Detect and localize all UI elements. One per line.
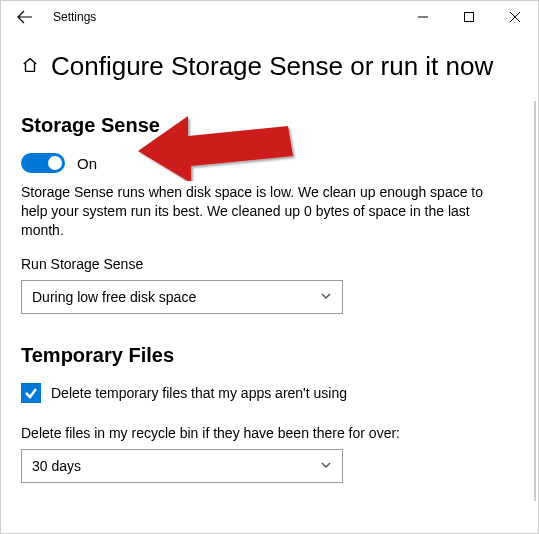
delete-temp-files-checkbox[interactable] (21, 383, 41, 403)
chevron-down-icon (320, 458, 332, 474)
recycle-bin-label: Delete files in my recycle bin if they h… (21, 425, 518, 441)
run-storage-sense-select[interactable]: During low free disk space (21, 280, 343, 314)
storage-sense-description: Storage Sense runs when disk space is lo… (21, 183, 501, 240)
app-title: Settings (53, 10, 96, 24)
scrollbar[interactable] (534, 101, 536, 501)
storage-sense-toggle[interactable] (21, 153, 65, 173)
arrow-left-icon (17, 9, 33, 25)
chevron-down-icon (320, 289, 332, 305)
close-icon (510, 12, 520, 22)
minimize-icon (418, 12, 428, 22)
content-area: Storage Sense On Storage Sense runs when… (1, 92, 538, 534)
recycle-bin-value: 30 days (32, 458, 81, 474)
checkmark-icon (24, 386, 38, 400)
page-title: Configure Storage Sense or run it now (51, 51, 493, 82)
close-button[interactable] (492, 1, 538, 33)
run-storage-sense-label: Run Storage Sense (21, 256, 518, 272)
temporary-files-heading: Temporary Files (21, 344, 518, 367)
svg-rect-0 (465, 13, 474, 22)
recycle-bin-select[interactable]: 30 days (21, 449, 343, 483)
delete-temp-files-label: Delete temporary files that my apps aren… (51, 385, 347, 401)
delete-temp-files-row: Delete temporary files that my apps aren… (21, 383, 518, 403)
storage-sense-heading: Storage Sense (21, 114, 518, 137)
storage-sense-toggle-label: On (77, 155, 97, 172)
window-controls (400, 1, 538, 33)
run-storage-sense-value: During low free disk space (32, 289, 196, 305)
storage-sense-toggle-row: On (21, 153, 518, 173)
maximize-icon (464, 12, 474, 22)
titlebar: Settings (1, 1, 538, 33)
maximize-button[interactable] (446, 1, 492, 33)
minimize-button[interactable] (400, 1, 446, 33)
home-icon[interactable] (21, 56, 39, 78)
back-button[interactable] (9, 1, 41, 33)
page-header: Configure Storage Sense or run it now (1, 33, 538, 92)
